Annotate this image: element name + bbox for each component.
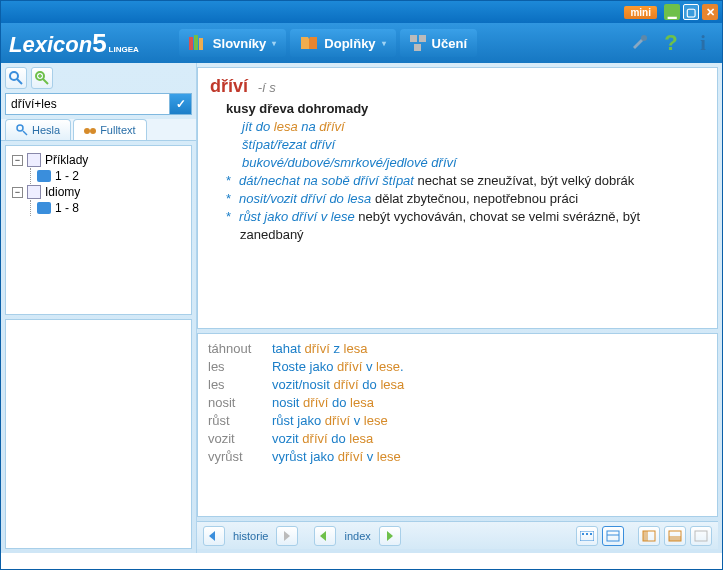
collapse-icon[interactable]: − bbox=[12, 187, 23, 198]
book-icon bbox=[37, 202, 51, 214]
svg-rect-2 bbox=[199, 38, 203, 50]
entry-pane: dříví -í s kusy dřeva dohromady jít do l… bbox=[197, 67, 718, 329]
svg-rect-27 bbox=[695, 531, 707, 541]
reference-text: tahat dříví z lesa bbox=[272, 340, 367, 358]
close-button[interactable]: ✕ bbox=[702, 4, 718, 20]
menu-label: Učení bbox=[432, 36, 467, 51]
left-bottom-pane bbox=[5, 319, 192, 549]
index-forward-button[interactable] bbox=[379, 526, 401, 546]
help-button[interactable]: ? bbox=[660, 32, 682, 54]
binoculars-icon bbox=[84, 124, 96, 136]
example-line: jít do lesa na dříví bbox=[242, 118, 705, 136]
document-icon bbox=[27, 185, 41, 199]
tree-leaf[interactable]: 1 - 2 bbox=[37, 168, 185, 184]
document-icon bbox=[27, 153, 41, 167]
svg-rect-26 bbox=[669, 536, 681, 541]
headword: dříví bbox=[210, 76, 248, 96]
svg-point-6 bbox=[641, 35, 647, 41]
layout-button-2[interactable] bbox=[664, 526, 686, 546]
svg-point-16 bbox=[90, 128, 96, 134]
definition: kusy dřeva dohromady bbox=[226, 101, 705, 116]
menu-label: Doplňky bbox=[324, 36, 375, 51]
zoom-in-button[interactable] bbox=[31, 67, 53, 89]
layout-button-1[interactable] bbox=[638, 526, 660, 546]
tree-leaf[interactable]: 1 - 8 bbox=[37, 200, 185, 216]
reference-text: nosit dříví do lesa bbox=[272, 394, 374, 412]
svg-rect-1 bbox=[194, 35, 198, 50]
menu-label: Slovníky bbox=[213, 36, 266, 51]
idiom-line: dát/nechat na sobě dříví štípat nechat s… bbox=[226, 172, 705, 190]
chevron-down-icon: ▾ bbox=[272, 39, 276, 48]
tree-range: 1 - 8 bbox=[55, 201, 79, 215]
svg-line-14 bbox=[23, 131, 27, 135]
header-tools: ? i bbox=[628, 32, 714, 54]
svg-rect-21 bbox=[607, 531, 619, 541]
tree-label: Příklady bbox=[45, 153, 88, 167]
reference-row[interactable]: vyrůstvyrůst jako dříví v lese bbox=[208, 448, 707, 466]
result-tree: − Příklady 1 - 2 − Idiomy 1 - 8 bbox=[5, 145, 192, 315]
reference-text: vyrůst jako dříví v lese bbox=[272, 448, 401, 466]
tree-range: 1 - 2 bbox=[55, 169, 79, 183]
example-line: štípat/řezat dříví bbox=[242, 136, 705, 154]
reference-key: les bbox=[208, 376, 272, 394]
tab-fulltext[interactable]: Fulltext bbox=[73, 119, 146, 140]
svg-rect-0 bbox=[189, 37, 193, 50]
books-icon bbox=[189, 35, 207, 51]
reference-row[interactable]: táhnouttahat dříví z lesa bbox=[208, 340, 707, 358]
book-open-icon bbox=[300, 36, 318, 50]
svg-rect-3 bbox=[410, 35, 417, 42]
collapse-icon[interactable]: − bbox=[12, 155, 23, 166]
tree-node-examples[interactable]: − Příklady bbox=[12, 152, 185, 168]
menu-learning[interactable]: Učení bbox=[400, 29, 477, 57]
svg-rect-24 bbox=[643, 531, 648, 541]
reference-key: les bbox=[208, 358, 272, 376]
tab-hesla[interactable]: Hesla bbox=[5, 119, 71, 140]
svg-point-7 bbox=[10, 72, 18, 80]
reference-text: růst jako dříví v lese bbox=[272, 412, 388, 430]
menu-dictionaries[interactable]: Slovníky ▾ bbox=[179, 29, 286, 57]
keyboard-button[interactable] bbox=[576, 526, 598, 546]
index-back-button[interactable] bbox=[314, 526, 336, 546]
right-pane: dříví -í s kusy dřeva dohromady jít do l… bbox=[197, 63, 722, 553]
tree-node-idioms[interactable]: − Idiomy bbox=[12, 184, 185, 200]
svg-rect-19 bbox=[586, 533, 588, 535]
svg-rect-18 bbox=[582, 533, 584, 535]
search-submit-button[interactable]: ✓ bbox=[170, 93, 192, 115]
maximize-button[interactable]: ▢ bbox=[683, 4, 699, 20]
info-button[interactable]: i bbox=[692, 32, 714, 54]
reference-row[interactable]: lesRoste jako dříví v lese. bbox=[208, 358, 707, 376]
search-button[interactable] bbox=[5, 67, 27, 89]
header: Lexicon5LINGEA Slovníky ▾ Doplňky ▾ Učen… bbox=[1, 23, 722, 63]
logo: Lexicon5LINGEA bbox=[9, 28, 139, 59]
main-menu: Slovníky ▾ Doplňky ▾ Učení bbox=[179, 29, 477, 57]
svg-line-10 bbox=[43, 79, 48, 84]
left-pane: ✓ Hesla Fulltext − Příklady 1 - 2 bbox=[1, 63, 197, 553]
index-label: index bbox=[340, 530, 374, 542]
reference-text: Roste jako dříví v lese. bbox=[272, 358, 404, 376]
book-icon bbox=[37, 170, 51, 182]
layout-button-3[interactable] bbox=[690, 526, 712, 546]
history-back-button[interactable] bbox=[203, 526, 225, 546]
reference-row[interactable]: vozitvozit dříví do lesa bbox=[208, 430, 707, 448]
example-line: bukové/dubové/smrkové/jedlové dříví bbox=[242, 154, 705, 172]
bottom-toolbar: historie index bbox=[197, 521, 718, 549]
svg-rect-20 bbox=[590, 533, 592, 535]
search-input[interactable] bbox=[5, 93, 170, 115]
reference-row[interactable]: růstrůst jako dříví v lese bbox=[208, 412, 707, 430]
reference-key: táhnout bbox=[208, 340, 272, 358]
history-forward-button[interactable] bbox=[276, 526, 298, 546]
settings-button[interactable] bbox=[628, 32, 650, 54]
svg-point-15 bbox=[84, 128, 90, 134]
result-tabs: Hesla Fulltext bbox=[1, 119, 196, 141]
menu-addons[interactable]: Doplňky ▾ bbox=[290, 29, 395, 57]
svg-rect-17 bbox=[580, 531, 594, 541]
minimize-button[interactable]: ▁ bbox=[664, 4, 680, 20]
history-label: historie bbox=[229, 530, 272, 542]
search-icon bbox=[16, 124, 28, 136]
tool-button-1[interactable] bbox=[602, 526, 624, 546]
logo-text: Lexicon bbox=[9, 32, 92, 58]
idiom-line: nosit/vozit dříví do lesa dělat zbytečno… bbox=[226, 190, 705, 208]
reference-row[interactable]: nositnosit dříví do lesa bbox=[208, 394, 707, 412]
reference-row[interactable]: lesvozit/nosit dříví do lesa bbox=[208, 376, 707, 394]
reference-key: vyrůst bbox=[208, 448, 272, 466]
